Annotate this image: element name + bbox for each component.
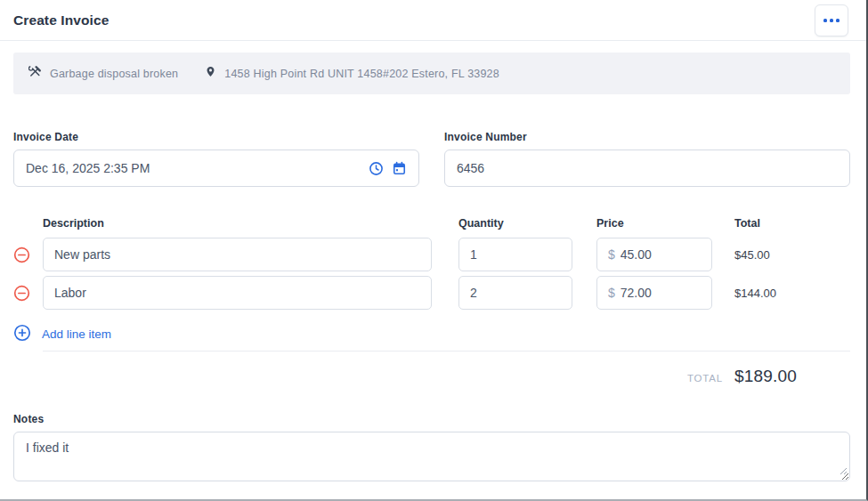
- invoice-number-field: Invoice Number: [444, 131, 850, 187]
- price-input-wrap: $: [596, 238, 712, 271]
- total-label: TOTAL: [687, 373, 723, 384]
- ellipsis-icon: [830, 19, 833, 22]
- plus-circle-icon: [13, 324, 31, 344]
- job-address-group: 1458 High Point Rd UNIT 1458#202 Estero,…: [205, 65, 499, 82]
- ellipsis-icon: [836, 19, 840, 22]
- description-input[interactable]: [43, 238, 432, 271]
- currency-symbol: $: [608, 286, 615, 300]
- add-line-item-label: Add line item: [42, 327, 111, 341]
- create-invoice-panel: Create Invoice Garbage disposal broken: [0, 0, 868, 501]
- clock-icon[interactable]: [369, 161, 384, 176]
- invoice-date-label: Invoice Date: [13, 131, 419, 143]
- notes-section: Notes I fixed it: [13, 413, 850, 481]
- invoice-fields-row: Invoice Date Dec 16, 2025 2:35 PM: [13, 131, 850, 187]
- total-column-header: Total: [734, 217, 850, 230]
- invoice-date-field: Invoice Date Dec 16, 2025 2:35 PM: [13, 131, 419, 187]
- job-address: 1458 High Point Rd UNIT 1458#202 Estero,…: [224, 68, 499, 80]
- line-items-header: Description Quantity Price Total: [13, 217, 850, 230]
- price-input[interactable]: [621, 247, 701, 262]
- price-input[interactable]: [621, 286, 701, 300]
- notes-label: Notes: [13, 413, 850, 425]
- description-column-header: Description: [43, 217, 432, 230]
- quantity-input[interactable]: [458, 276, 572, 310]
- minus-circle-icon[interactable]: [13, 246, 30, 263]
- price-input-wrap: $: [596, 276, 712, 310]
- currency-symbol: $: [608, 247, 615, 262]
- invoice-date-value: Dec 16, 2025 2:35 PM: [26, 161, 369, 175]
- job-title-group: Garbage disposal broken: [28, 65, 178, 82]
- page-title: Create Invoice: [13, 12, 109, 28]
- divider: [43, 351, 850, 352]
- total-amount: $189.00: [734, 367, 797, 386]
- ellipsis-icon: [823, 19, 827, 22]
- notes-input[interactable]: I fixed it: [13, 432, 850, 481]
- line-items-table: Description Quantity Price Total: [13, 217, 850, 310]
- location-pin-icon: [205, 65, 216, 82]
- job-info-bar: Garbage disposal broken 1458 High Point …: [13, 53, 850, 94]
- tools-icon: [28, 65, 42, 82]
- line-total: $45.00: [734, 248, 770, 262]
- quantity-input[interactable]: [458, 238, 572, 271]
- more-options-button[interactable]: [815, 4, 848, 36]
- line-total: $144.00: [734, 287, 776, 300]
- invoice-total-row: TOTAL $189.00: [13, 367, 850, 386]
- invoice-number-input[interactable]: [444, 149, 850, 187]
- minus-circle-icon[interactable]: [13, 285, 30, 302]
- calendar-icon[interactable]: [392, 161, 407, 176]
- price-column-header: Price: [596, 217, 712, 230]
- line-item-row: $ $45.00: [13, 238, 850, 271]
- line-item-row: $ $144.00: [13, 276, 850, 310]
- quantity-column-header: Quantity: [458, 217, 572, 230]
- add-line-item-button[interactable]: Add line item: [13, 324, 111, 344]
- invoice-number-label: Invoice Number: [444, 131, 850, 143]
- job-title: Garbage disposal broken: [50, 68, 178, 80]
- invoice-date-input[interactable]: Dec 16, 2025 2:35 PM: [13, 149, 419, 187]
- header: Create Invoice: [0, 0, 866, 41]
- description-input[interactable]: [43, 276, 432, 310]
